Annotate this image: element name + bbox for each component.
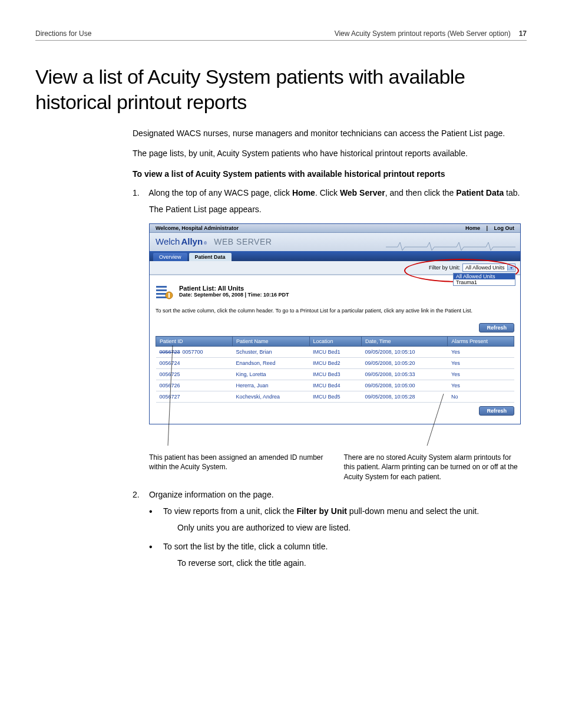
bullet-sort: To sort the list by the title, click a c… — [149, 542, 521, 569]
welchallyn-logo: WelchAllyn® — [156, 236, 207, 246]
logout-link[interactable]: Log Out — [494, 225, 515, 231]
ecg-decoration-icon — [386, 239, 515, 251]
patient-table: Patient ID Patient Name Location Date, T… — [156, 336, 514, 403]
header-section: View Acuity System printout reports (Web… — [335, 29, 511, 38]
cell-al: Yes — [448, 358, 514, 369]
svg-line-6 — [168, 345, 173, 446]
table-row[interactable]: 0056727Kochevski, AndreaIMCU Bed509/05/2… — [156, 391, 514, 403]
webserver-label: WEB SERVER — [214, 237, 272, 246]
annotation-no-alarms: There are no stored Acuity System alarm … — [344, 453, 521, 482]
sort-hint: To sort the active column, click the col… — [156, 307, 514, 315]
tabs-row: Overview Patient Data — [150, 251, 520, 261]
svg-rect-2 — [156, 293, 167, 295]
step-2: 2. Organize information on the page. To … — [133, 490, 521, 569]
callout-leader-lines — [149, 422, 521, 452]
svg-rect-3 — [156, 297, 167, 298]
step-number: 1. — [133, 188, 147, 197]
page-title: View a list of Acuity System patients wi… — [35, 64, 527, 114]
col-location[interactable]: Location — [309, 337, 361, 347]
filter-option-trauma1[interactable]: Trauma1 — [454, 279, 515, 285]
step-number: 2. — [133, 490, 147, 499]
col-alarms[interactable]: Alarms Present — [448, 337, 514, 347]
tab-patient-data[interactable]: Patient Data — [189, 253, 232, 261]
filter-by-unit-select[interactable]: All Allowed Units ▾ — [462, 263, 515, 272]
step-result: The Patient List page appears. — [149, 203, 521, 215]
annotations-row: This patient has been assigned an amende… — [149, 453, 521, 482]
cell-name[interactable]: Schuster, Brian — [232, 347, 309, 358]
table-row[interactable]: 00567230057700Schuster, BrianIMCU Bed109… — [156, 347, 514, 358]
col-patient-name[interactable]: Patient Name — [232, 337, 309, 347]
task-heading: To view a list of Acuity System patients… — [133, 168, 521, 180]
cell-dt[interactable]: 09/05/2008, 10:05:10 — [361, 347, 448, 358]
filter-bar: Filter by Unit: All Allowed Units ▾ All … — [150, 261, 520, 275]
bullet-filter: To view reports from a unit, click the F… — [149, 506, 521, 533]
step-text: Along the top of any WACS page, click Ho… — [148, 188, 520, 197]
cell-al: No — [448, 391, 514, 403]
intro-paragraph-2: The page lists, by unit, Acuity System p… — [133, 147, 521, 159]
cell-loc[interactable]: IMCU Bed3 — [309, 369, 361, 380]
annotation-amended-id: This patient has been assigned an amende… — [149, 453, 326, 482]
filter-dropdown-open: All Allowed Units Trauma1 — [453, 273, 515, 286]
cell-loc[interactable]: IMCU Bed2 — [309, 358, 361, 369]
bullet-filter-sub: Only units you are authorized to view ar… — [177, 522, 521, 533]
cell-al: Yes — [448, 380, 514, 391]
table-row[interactable]: 0056725King, LorettaIMCU Bed309/05/2008,… — [156, 369, 514, 380]
bullet-sort-sub: To reverse sort, click the title again. — [177, 557, 521, 569]
cell-loc[interactable]: IMCU Bed4 — [309, 380, 361, 391]
cell-al: Yes — [448, 369, 514, 380]
cell-name[interactable]: Hererra, Juan — [232, 380, 309, 391]
filter-option-all[interactable]: All Allowed Units — [454, 274, 515, 279]
header-left: Directions for Use — [35, 29, 91, 38]
leader-line-right-icon — [426, 394, 449, 446]
step-1: 1. Along the top of any WACS page, click… — [133, 188, 521, 482]
chevron-down-icon: ▾ — [507, 265, 514, 271]
svg-line-7 — [427, 394, 444, 446]
col-datetime[interactable]: Date, Time — [361, 337, 448, 347]
col-patient-id[interactable]: Patient ID — [156, 337, 233, 347]
cell-name[interactable]: King, Loretta — [232, 369, 309, 380]
top-bar: Welcome, Hospital Administrator Home | L… — [150, 224, 520, 233]
step-text: Organize information on the page. — [149, 490, 274, 499]
patient-list-title: Patient List: All Units — [179, 285, 289, 292]
refresh-button[interactable]: Refresh — [479, 323, 514, 332]
cell-dt[interactable]: 09/05/2008, 10:05:33 — [361, 369, 448, 380]
home-link[interactable]: Home — [465, 225, 480, 231]
page-header: Directions for Use View Acuity System pr… — [35, 29, 527, 41]
tab-overview[interactable]: Overview — [153, 253, 187, 261]
patient-list-datetime: Date: September 05, 2008 | Time: 10:16 P… — [179, 292, 289, 298]
cell-dt[interactable]: 09/05/2008, 10:05:20 — [361, 358, 448, 369]
svg-rect-5 — [168, 293, 170, 298]
patient-list-icon — [156, 285, 173, 301]
leader-line-left-icon — [167, 345, 178, 446]
refresh-button-bottom[interactable]: Refresh — [479, 406, 514, 416]
svg-rect-0 — [156, 286, 167, 288]
filter-label: Filter by Unit: — [429, 265, 460, 271]
screenshot-patient-list: Welcome, Hospital Administrator Home | L… — [149, 223, 521, 424]
top-links: Home | Log Out — [461, 225, 514, 231]
intro-paragraph-1: Designated WACS nurses, nurse managers a… — [133, 127, 521, 139]
cell-loc[interactable]: IMCU Bed1 — [309, 347, 361, 358]
brand-bar: WelchAllyn® WEB SERVER — [150, 233, 520, 251]
cell-name[interactable]: Kochevski, Andrea — [232, 391, 309, 403]
table-row[interactable]: 0056724Enandson, ReedIMCU Bed209/05/2008… — [156, 358, 514, 369]
cell-al: Yes — [448, 347, 514, 358]
welcome-text: Welcome, Hospital Administrator — [156, 225, 239, 231]
cell-dt[interactable]: 09/05/2008, 10:05:00 — [361, 380, 448, 391]
cell-name[interactable]: Enandson, Reed — [232, 358, 309, 369]
cell-loc[interactable]: IMCU Bed5 — [309, 391, 361, 403]
svg-rect-1 — [156, 289, 167, 291]
page-number: 17 — [519, 29, 527, 38]
table-row[interactable]: 0056726Hererra, JuanIMCU Bed409/05/2008,… — [156, 380, 514, 391]
